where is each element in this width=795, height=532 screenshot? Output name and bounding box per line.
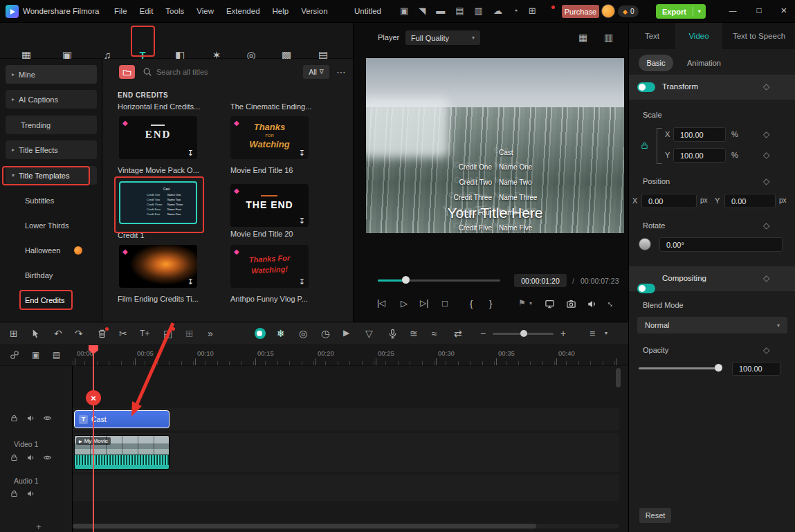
sidebar-item-end-credits[interactable]: End Credits [6,291,97,309]
template-thumb-end20[interactable]: ◆ THE END ↧ [230,184,309,227]
scale-x-keyframe-icon[interactable]: ◇ [763,129,769,139]
scale-y-input[interactable]: 100.00 [673,148,726,163]
mask-icon[interactable]: ▽ [365,329,373,338]
template-thumb-credit1[interactable]: Cast Credit One Credit Two Credit Three … [119,181,197,224]
select-cursor-icon[interactable] [30,329,41,339]
search-icon[interactable] [143,67,152,77]
undo-icon[interactable]: ↶ [54,329,62,338]
cloud-icon[interactable]: ☁ [493,6,502,15]
title-track-hide-icon[interactable] [43,414,52,423]
redo-icon[interactable]: ↷ [75,329,83,338]
video-preview[interactable]: Cast Credit One Credit Two Credit Three … [366,58,624,233]
player-image-view-icon[interactable]: ▥ [604,33,613,42]
stop-button[interactable]: □ [442,299,448,308]
flag-marker-button[interactable]: ⚑ [518,299,526,307]
zoom-out-icon[interactable]: − [480,329,486,338]
audio-track-lock-icon[interactable] [10,489,19,498]
play-button[interactable]: ▷ [401,299,408,308]
add-track-button[interactable]: + [36,522,42,531]
compositing-toggle[interactable] [637,284,655,293]
previous-frame-button[interactable]: |◁ [377,299,385,307]
position-x-input[interactable]: 0.00 [641,194,697,208]
reset-button[interactable]: Reset [639,508,671,523]
search-input[interactable] [156,65,260,79]
timeline-video-clip[interactable]: ▶ My Movie [74,435,170,470]
more-tools-icon[interactable]: » [208,329,213,338]
mark-in-button[interactable]: { [470,299,473,308]
menu-file[interactable]: File [114,7,127,15]
rotate-input[interactable]: 0.00° [659,237,783,252]
compositing-keyframe-icon[interactable]: ◇ [763,273,769,283]
sidebar-item-ai-captions[interactable]: ▸AI Captions [6,90,97,109]
link-clips-icon[interactable] [10,350,19,360]
media-folder-button[interactable] [119,65,135,79]
menu-tools[interactable]: Tools [165,7,184,15]
crop-icon[interactable]: ◰ [163,329,172,338]
more-options-icon[interactable]: ⋯ [336,67,346,77]
gift-icon[interactable]: ▣ [400,6,408,15]
video-track-hide-icon[interactable] [43,453,52,462]
position-y-input[interactable]: 0.00 [724,194,776,208]
record-voiceover-mic-icon[interactable] [387,329,398,339]
audio-sync-icon[interactable]: ≋ [410,329,418,338]
megaphone-icon[interactable]: ◥ [419,6,426,15]
tab-video[interactable]: Video [675,23,722,49]
filter-all-button[interactable]: All ∇ [303,65,329,79]
opacity-keyframe-icon[interactable]: ◇ [763,345,769,355]
template-thumb-vintage[interactable]: ◆ END ↧ [119,116,197,159]
subtab-animation[interactable]: Animation [687,59,721,67]
opacity-slider[interactable] [639,367,720,369]
opacity-input[interactable]: 100.00 [732,362,780,376]
transform-toggle[interactable] [637,82,655,92]
tab-text[interactable]: Text [629,23,675,49]
title-track-lock-icon[interactable] [10,414,19,423]
timeline-zoom-handle[interactable] [520,330,527,337]
sidebar-item-title-effects[interactable]: ▸Title Effects [6,140,97,159]
mark-out-button[interactable]: } [489,299,492,308]
volume-speaker-button[interactable] [587,299,597,309]
quality-dropdown[interactable]: Full Quality ▾ [405,30,480,45]
sidebar-item-halloween[interactable]: Halloween [6,241,97,259]
audio-track-mute-icon[interactable] [26,489,35,498]
subtab-basic[interactable]: Basic [639,55,673,71]
download-icon[interactable]: ↧ [188,149,194,158]
rotate-dial[interactable] [639,238,651,250]
minimize-button[interactable]: — [725,7,740,15]
download-icon[interactable]: ↧ [299,277,305,286]
video-track-lock-icon[interactable] [10,453,19,462]
template-name[interactable]: Anthpo Funny Vlog P... [230,295,308,303]
preview-render-icon[interactable]: ▶ [343,329,349,337]
title-track-mute-icon[interactable] [26,414,35,423]
record-strip-icon[interactable]: ▤ [53,351,60,359]
vertical-scrollbar-thumb[interactable] [616,368,621,387]
sidebar-item-title-templates[interactable]: ▾Title Templates [6,166,97,185]
tab-text-to-speech[interactable]: Text to Speech [722,23,795,49]
sidebar-item-lower-thirds[interactable]: Lower Thirds [6,216,97,235]
track-manager-icon[interactable]: ≡ [590,329,595,338]
template-name[interactable]: Credit 1 [118,231,145,239]
menu-edit[interactable]: Edit [140,7,154,15]
template-thumb-anthpo[interactable]: ◆ Thanks For Watching! ↧ [230,245,309,288]
template-name[interactable]: Movie End Title 16 [230,166,293,174]
add-text-icon[interactable]: T+ [140,329,149,338]
seek-handle[interactable] [402,276,410,284]
opacity-slider-handle[interactable] [715,364,722,372]
audio-stretch-icon[interactable]: ≈ [432,329,437,338]
menu-view[interactable]: View [197,7,214,15]
template-thumb-end16[interactable]: ◆ Thanks for Watching ↧ [230,116,309,159]
template-name[interactable]: Horizontal End Credits... [118,102,200,111]
bell-icon[interactable]: ◔ [513,6,518,15]
transform-keyframe-icon[interactable]: ◇ [763,82,769,91]
player-grid-view-icon[interactable]: ▦ [578,33,587,42]
apps-grid-icon[interactable]: ⊞ [529,6,536,15]
expand-player-button[interactable]: ↔ [605,297,617,309]
menu-extended[interactable]: Extended [226,7,260,15]
next-frame-button[interactable]: ▷| [420,299,428,307]
timeline-title-clip[interactable]: T Cast [74,410,170,428]
menu-version[interactable]: Version [301,7,327,15]
template-thumb-film-ending[interactable]: ◆ ↧ [119,245,197,288]
close-button[interactable]: × [776,5,792,15]
sidebar-item-trending[interactable]: Trending [6,116,97,134]
panel-icon[interactable]: ▥ [475,6,483,15]
sidebar-item-subtitles[interactable]: Subtitles [6,191,97,210]
